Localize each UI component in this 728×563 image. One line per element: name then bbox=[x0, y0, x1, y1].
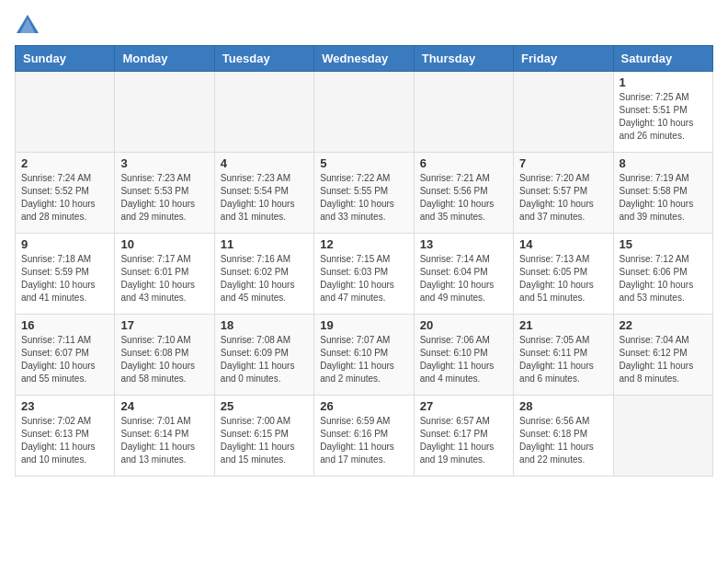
day-number: 10 bbox=[120, 237, 208, 251]
day-header-tuesday: Tuesday bbox=[214, 46, 313, 72]
day-info: Sunrise: 7:24 AM Sunset: 5:52 PM Dayligh… bbox=[21, 172, 108, 224]
day-number: 14 bbox=[519, 237, 607, 251]
day-header-row: SundayMondayTuesdayWednesdayThursdayFrid… bbox=[16, 46, 713, 72]
calendar-cell: 21Sunrise: 7:05 AM Sunset: 6:11 PM Dayli… bbox=[514, 315, 613, 396]
day-number: 9 bbox=[21, 237, 108, 251]
day-info: Sunrise: 6:56 AM Sunset: 6:18 PM Dayligh… bbox=[519, 415, 607, 466]
calendar-cell: 11Sunrise: 7:16 AM Sunset: 6:02 PM Dayli… bbox=[214, 234, 313, 315]
week-row-2: 2Sunrise: 7:24 AM Sunset: 5:52 PM Daylig… bbox=[16, 153, 713, 234]
calendar-cell: 6Sunrise: 7:21 AM Sunset: 5:56 PM Daylig… bbox=[414, 153, 513, 234]
day-number: 19 bbox=[320, 318, 407, 332]
day-number: 28 bbox=[519, 399, 607, 413]
day-info: Sunrise: 7:10 AM Sunset: 6:08 PM Dayligh… bbox=[120, 334, 208, 385]
day-info: Sunrise: 7:23 AM Sunset: 5:53 PM Dayligh… bbox=[120, 172, 208, 224]
day-number: 11 bbox=[221, 237, 308, 251]
day-number: 22 bbox=[620, 318, 707, 332]
day-number: 3 bbox=[120, 156, 208, 170]
day-number: 13 bbox=[420, 237, 507, 251]
day-info: Sunrise: 6:57 AM Sunset: 6:17 PM Dayligh… bbox=[420, 415, 507, 466]
day-number: 24 bbox=[120, 399, 208, 413]
day-info: Sunrise: 7:12 AM Sunset: 6:06 PM Dayligh… bbox=[620, 253, 707, 304]
day-header-monday: Monday bbox=[115, 46, 214, 72]
calendar-cell: 25Sunrise: 7:00 AM Sunset: 6:15 PM Dayli… bbox=[214, 396, 313, 477]
day-info: Sunrise: 7:07 AM Sunset: 6:10 PM Dayligh… bbox=[320, 334, 407, 385]
day-info: Sunrise: 7:02 AM Sunset: 6:13 PM Dayligh… bbox=[21, 415, 108, 466]
calendar-cell: 20Sunrise: 7:06 AM Sunset: 6:10 PM Dayli… bbox=[414, 315, 513, 396]
calendar-cell: 2Sunrise: 7:24 AM Sunset: 5:52 PM Daylig… bbox=[16, 153, 115, 234]
day-info: Sunrise: 7:25 AM Sunset: 5:51 PM Dayligh… bbox=[620, 91, 707, 143]
day-header-thursday: Thursday bbox=[414, 46, 513, 72]
calendar-cell: 26Sunrise: 6:59 AM Sunset: 6:16 PM Dayli… bbox=[314, 396, 414, 477]
day-number: 18 bbox=[221, 318, 308, 332]
day-info: Sunrise: 7:15 AM Sunset: 6:03 PM Dayligh… bbox=[320, 253, 407, 304]
calendar-cell: 15Sunrise: 7:12 AM Sunset: 6:06 PM Dayli… bbox=[613, 234, 712, 315]
day-header-friday: Friday bbox=[514, 46, 613, 72]
day-info: Sunrise: 7:05 AM Sunset: 6:11 PM Dayligh… bbox=[519, 334, 607, 385]
day-number: 4 bbox=[221, 156, 308, 170]
day-number: 8 bbox=[620, 156, 707, 170]
calendar-cell: 28Sunrise: 6:56 AM Sunset: 6:18 PM Dayli… bbox=[514, 396, 613, 477]
calendar-cell: 10Sunrise: 7:17 AM Sunset: 6:01 PM Dayli… bbox=[115, 234, 214, 315]
calendar-cell: 18Sunrise: 7:08 AM Sunset: 6:09 PM Dayli… bbox=[214, 315, 313, 396]
day-info: Sunrise: 7:20 AM Sunset: 5:57 PM Dayligh… bbox=[519, 172, 607, 224]
calendar-cell: 24Sunrise: 7:01 AM Sunset: 6:14 PM Dayli… bbox=[115, 396, 214, 477]
calendar-cell: 3Sunrise: 7:23 AM Sunset: 5:53 PM Daylig… bbox=[115, 153, 214, 234]
day-info: Sunrise: 7:00 AM Sunset: 6:15 PM Dayligh… bbox=[221, 415, 308, 466]
day-number: 7 bbox=[519, 156, 607, 170]
day-info: Sunrise: 7:08 AM Sunset: 6:09 PM Dayligh… bbox=[221, 334, 308, 385]
day-info: Sunrise: 6:59 AM Sunset: 6:16 PM Dayligh… bbox=[320, 415, 407, 466]
calendar-cell: 12Sunrise: 7:15 AM Sunset: 6:03 PM Dayli… bbox=[314, 234, 414, 315]
calendar-cell bbox=[214, 72, 313, 153]
day-number: 1 bbox=[620, 75, 707, 89]
calendar-body: 1Sunrise: 7:25 AM Sunset: 5:51 PM Daylig… bbox=[16, 72, 713, 477]
logo-icon bbox=[17, 15, 39, 33]
calendar-cell: 16Sunrise: 7:11 AM Sunset: 6:07 PM Dayli… bbox=[16, 315, 115, 396]
day-number: 12 bbox=[320, 237, 407, 251]
calendar-cell: 17Sunrise: 7:10 AM Sunset: 6:08 PM Dayli… bbox=[115, 315, 214, 396]
day-info: Sunrise: 7:22 AM Sunset: 5:55 PM Dayligh… bbox=[320, 172, 407, 224]
day-info: Sunrise: 7:21 AM Sunset: 5:56 PM Dayligh… bbox=[420, 172, 507, 224]
week-row-4: 16Sunrise: 7:11 AM Sunset: 6:07 PM Dayli… bbox=[16, 315, 713, 396]
day-info: Sunrise: 7:11 AM Sunset: 6:07 PM Dayligh… bbox=[21, 334, 108, 385]
calendar-cell: 22Sunrise: 7:04 AM Sunset: 6:12 PM Dayli… bbox=[613, 315, 712, 396]
day-number: 6 bbox=[420, 156, 507, 170]
day-info: Sunrise: 7:16 AM Sunset: 6:02 PM Dayligh… bbox=[221, 253, 308, 304]
day-info: Sunrise: 7:18 AM Sunset: 5:59 PM Dayligh… bbox=[21, 253, 108, 304]
day-info: Sunrise: 7:19 AM Sunset: 5:58 PM Dayligh… bbox=[620, 172, 707, 224]
day-info: Sunrise: 7:23 AM Sunset: 5:54 PM Dayligh… bbox=[221, 172, 308, 224]
calendar-table: SundayMondayTuesdayWednesdayThursdayFrid… bbox=[15, 45, 713, 477]
calendar-cell: 1Sunrise: 7:25 AM Sunset: 5:51 PM Daylig… bbox=[613, 72, 712, 153]
calendar-cell: 27Sunrise: 6:57 AM Sunset: 6:17 PM Dayli… bbox=[414, 396, 513, 477]
calendar-cell: 23Sunrise: 7:02 AM Sunset: 6:13 PM Dayli… bbox=[16, 396, 115, 477]
day-header-saturday: Saturday bbox=[613, 46, 712, 72]
calendar-cell: 8Sunrise: 7:19 AM Sunset: 5:58 PM Daylig… bbox=[613, 153, 712, 234]
day-number: 27 bbox=[420, 399, 507, 413]
calendar-cell bbox=[613, 396, 712, 477]
calendar-header: SundayMondayTuesdayWednesdayThursdayFrid… bbox=[16, 46, 713, 72]
day-header-sunday: Sunday bbox=[16, 46, 115, 72]
week-row-3: 9Sunrise: 7:18 AM Sunset: 5:59 PM Daylig… bbox=[16, 234, 713, 315]
calendar-cell: 19Sunrise: 7:07 AM Sunset: 6:10 PM Dayli… bbox=[314, 315, 414, 396]
day-number: 26 bbox=[320, 399, 407, 413]
day-header-wednesday: Wednesday bbox=[314, 46, 414, 72]
day-info: Sunrise: 7:13 AM Sunset: 6:05 PM Dayligh… bbox=[519, 253, 607, 304]
day-info: Sunrise: 7:14 AM Sunset: 6:04 PM Dayligh… bbox=[420, 253, 507, 304]
day-number: 23 bbox=[21, 399, 108, 413]
calendar-cell bbox=[16, 72, 115, 153]
day-info: Sunrise: 7:17 AM Sunset: 6:01 PM Dayligh… bbox=[120, 253, 208, 304]
week-row-1: 1Sunrise: 7:25 AM Sunset: 5:51 PM Daylig… bbox=[16, 72, 713, 153]
day-number: 16 bbox=[21, 318, 108, 332]
calendar-cell: 13Sunrise: 7:14 AM Sunset: 6:04 PM Dayli… bbox=[414, 234, 513, 315]
day-info: Sunrise: 7:06 AM Sunset: 6:10 PM Dayligh… bbox=[420, 334, 507, 385]
week-row-5: 23Sunrise: 7:02 AM Sunset: 6:13 PM Dayli… bbox=[16, 396, 713, 477]
calendar-cell: 4Sunrise: 7:23 AM Sunset: 5:54 PM Daylig… bbox=[214, 153, 313, 234]
day-info: Sunrise: 7:01 AM Sunset: 6:14 PM Dayligh… bbox=[120, 415, 208, 466]
calendar-cell: 9Sunrise: 7:18 AM Sunset: 5:59 PM Daylig… bbox=[16, 234, 115, 315]
calendar-cell: 7Sunrise: 7:20 AM Sunset: 5:57 PM Daylig… bbox=[514, 153, 613, 234]
calendar-cell: 14Sunrise: 7:13 AM Sunset: 6:05 PM Dayli… bbox=[514, 234, 613, 315]
day-number: 5 bbox=[320, 156, 407, 170]
logo-wordmark bbox=[15, 15, 39, 38]
day-number: 2 bbox=[21, 156, 108, 170]
calendar-cell: 5Sunrise: 7:22 AM Sunset: 5:55 PM Daylig… bbox=[314, 153, 414, 234]
calendar-cell bbox=[314, 72, 414, 153]
